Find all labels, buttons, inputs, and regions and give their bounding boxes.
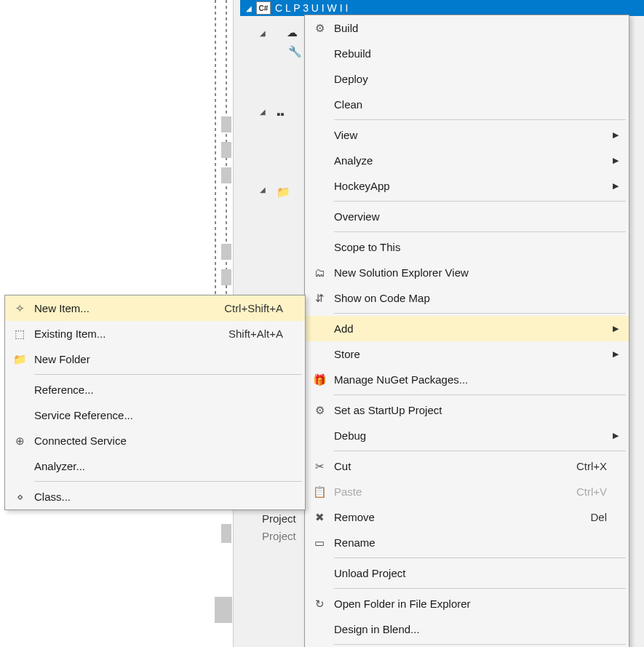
menu-item[interactable]: 🗂New Solution Explorer View [305, 260, 629, 285]
submenu-arrow-icon: ▶ [607, 181, 619, 191]
menu-shortcut: Ctrl+X [576, 460, 607, 472]
menu-label: Rebuild [334, 47, 607, 60]
menu-item[interactable]: ✂CutCtrl+X [305, 453, 629, 479]
menu-label: Existing Item... [34, 328, 211, 340]
menu-item[interactable]: View▶ [305, 122, 629, 148]
tree-decoration [221, 244, 231, 260]
menu-label: Build [334, 22, 607, 34]
project-context-menu: ⚙BuildRebuildDeployCleanView▶Analyze▶Hoc… [304, 15, 629, 647]
menu-label: New Item... [34, 302, 207, 314]
menu-label: Cut [334, 460, 559, 472]
menu-label: Deploy [334, 73, 607, 85]
menu-label: Unload Project [334, 567, 607, 579]
menu-label: New Solution Explorer View [334, 266, 607, 279]
menu-item[interactable]: 🎁Manage NuGet Packages... [305, 367, 629, 392]
menu-item[interactable]: ⚙Build [305, 15, 629, 41]
menu-item[interactable]: Overview [305, 204, 629, 229]
menu-separator [34, 481, 302, 482]
menu-separator [334, 231, 626, 232]
menu-item[interactable]: ✧New Item...Ctrl+Shift+A [5, 295, 305, 321]
title-text: C L P 3 U I W I I [275, 2, 348, 14]
tree-decoration [221, 142, 231, 158]
menu-item: 📋PasteCtrl+V [305, 479, 629, 504]
menu-item[interactable]: 📁New Folder [5, 346, 305, 372]
menu-shortcut: Shift+Alt+A [228, 328, 283, 340]
tree-expander[interactable]: ◢ [260, 186, 266, 194]
menu-label: Paste [334, 485, 559, 498]
project-label-dim: Project [262, 530, 296, 542]
submenu-arrow-icon: ▶ [607, 156, 619, 165]
menu-label: Scope to This [334, 241, 607, 253]
build-icon: ⚙ [305, 22, 334, 35]
new-item-icon: ✧ [5, 302, 34, 315]
expander-icon[interactable]: ◢ [246, 4, 252, 12]
menu-item[interactable]: ▭Rename [305, 530, 629, 555]
new-view-icon: 🗂 [305, 266, 334, 279]
menu-label: Open Folder in File Explorer [334, 598, 607, 610]
tree-expander[interactable]: ◢ [260, 108, 266, 116]
menu-item[interactable]: Debug▶ [305, 423, 629, 448]
menu-separator [334, 201, 626, 202]
submenu-arrow-icon: ▶ [607, 349, 619, 359]
tree-decoration [221, 524, 231, 543]
menu-item[interactable]: Deploy [305, 66, 629, 92]
menu-item[interactable]: ⬚Existing Item...Shift+Alt+A [5, 321, 305, 346]
menu-item[interactable]: ✖RemoveDel [305, 504, 629, 530]
menu-separator [334, 557, 626, 558]
connected-service-icon: ⊕ [5, 434, 34, 448]
menu-item[interactable]: HockeyApp▶ [305, 173, 629, 199]
menu-item[interactable]: Clean [305, 92, 629, 117]
menu-item[interactable]: Service Reference... [5, 402, 305, 428]
menu-label: New Folder [34, 353, 283, 365]
submenu-arrow-icon: ▶ [607, 130, 619, 140]
menu-label: Store [334, 348, 607, 360]
menu-label: Connected Service [34, 434, 283, 447]
tree-expander[interactable]: ◢ [260, 29, 266, 37]
menu-label: Set as StartUp Project [334, 404, 607, 416]
menu-item[interactable]: Rebuild [305, 41, 629, 66]
cloud-icon: ☁ [287, 26, 298, 39]
tree-decoration [221, 116, 231, 132]
class-icon: ⋄ [5, 491, 34, 504]
cut-icon: ✂ [305, 460, 334, 473]
menu-label: Manage NuGet Packages... [334, 373, 607, 386]
menu-item[interactable]: Scope to This [305, 234, 629, 260]
submenu-arrow-icon: ▶ [607, 324, 619, 333]
menu-label: Service Reference... [34, 409, 283, 421]
existing-item-icon: ⬚ [5, 328, 34, 341]
menu-item[interactable]: ↻Open Folder in File Explorer [305, 591, 629, 616]
codemap-icon: ⇵ [305, 292, 334, 305]
menu-separator [334, 394, 626, 395]
menu-label: View [334, 129, 607, 141]
menu-separator [334, 313, 626, 314]
project-label: Project [262, 512, 296, 525]
menu-item[interactable]: Design in Blend... [305, 616, 629, 642]
menu-label: Remove [334, 511, 573, 523]
menu-separator [334, 450, 626, 451]
menu-item[interactable]: Analyzer... [5, 453, 305, 479]
menu-item[interactable]: Unload Project [305, 560, 629, 586]
menu-shortcut: Ctrl+V [576, 485, 607, 498]
menu-separator [334, 644, 626, 645]
menu-label: Rename [334, 536, 607, 549]
menu-label: Debug [334, 429, 607, 442]
title-bar: ◢ C# C L P 3 U I W I I [240, 0, 644, 16]
csharp-badge-icon: C# [256, 1, 271, 15]
menu-item[interactable]: Store▶ [305, 341, 629, 367]
menu-separator [34, 374, 302, 375]
menu-item[interactable]: ⚙Set as StartUp Project [305, 397, 629, 423]
menu-label: Analyze [334, 154, 607, 167]
menu-item[interactable]: Analyze▶ [305, 148, 629, 173]
new-folder-icon: 📁 [5, 353, 34, 366]
menu-item[interactable]: Reference... [5, 377, 305, 402]
tree-decoration [215, 597, 232, 623]
submenu-arrow-icon: ▶ [607, 431, 619, 440]
wrench-icon: 🔧 [288, 45, 302, 58]
menu-item[interactable]: ⇵Show on Code Map [305, 285, 629, 311]
menu-label: Overview [334, 210, 607, 223]
menu-item[interactable]: ⊕Connected Service [5, 428, 305, 453]
menu-item[interactable]: ⋄Class... [5, 484, 305, 509]
reference-icon: ▪▪ [277, 108, 285, 120]
menu-label: Design in Blend... [334, 623, 607, 635]
menu-item[interactable]: Add▶ [305, 316, 629, 341]
